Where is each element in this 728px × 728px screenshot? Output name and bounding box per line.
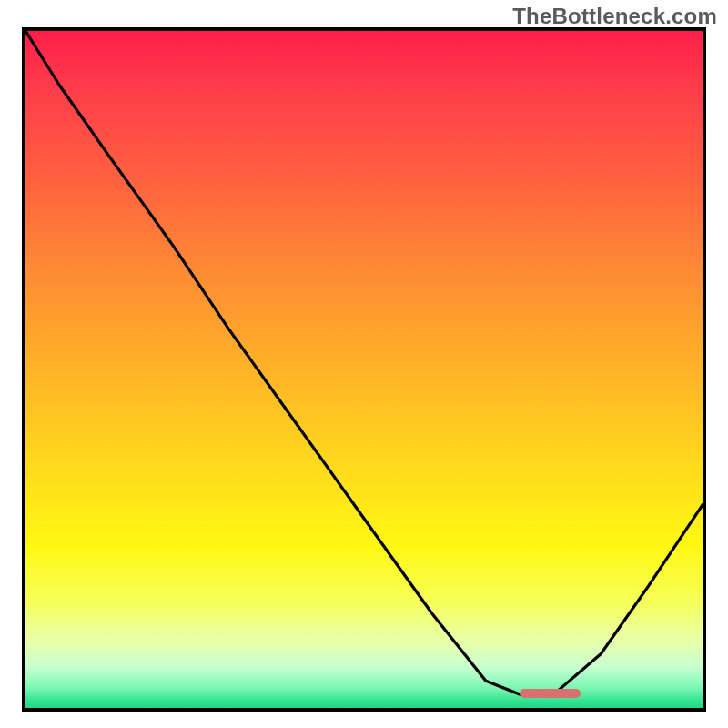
chart-container: TheBottleneck.com [0,0,728,728]
optimal-range-marker [520,689,581,698]
plot-area [22,27,706,712]
bottleneck-curve [25,31,703,708]
watermark-text: TheBottleneck.com [512,4,717,29]
